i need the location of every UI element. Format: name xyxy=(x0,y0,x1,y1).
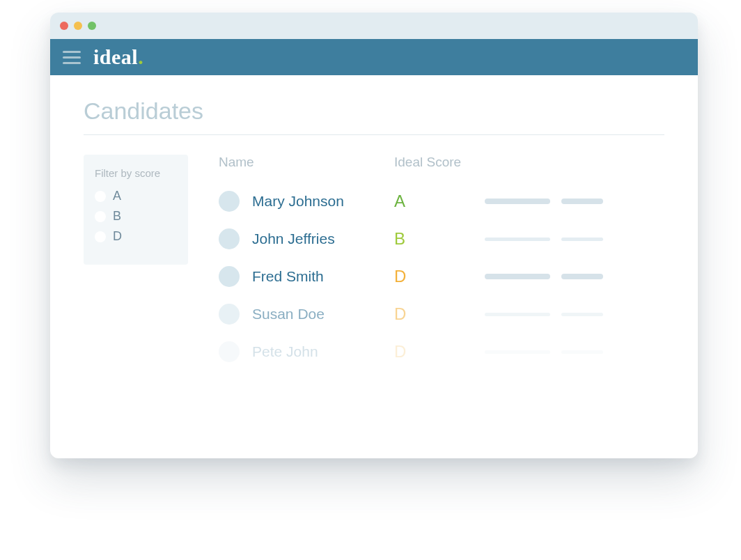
filter-option-d[interactable]: D xyxy=(95,229,177,244)
action-placeholder[interactable] xyxy=(561,313,603,316)
radio-icon xyxy=(95,231,106,242)
table-row[interactable]: Pete John D xyxy=(213,333,664,371)
avatar xyxy=(219,341,240,362)
menu-icon[interactable] xyxy=(63,51,81,64)
score-badge: A xyxy=(394,192,405,210)
logo-text: ideal xyxy=(93,45,138,68)
score-badge: D xyxy=(394,304,406,323)
candidate-name: Pete John xyxy=(252,343,318,360)
action-placeholder[interactable] xyxy=(485,238,550,241)
filter-panel: Filter by score A B D xyxy=(84,155,188,265)
table-header: Name Ideal Score xyxy=(213,155,664,170)
action-placeholder[interactable] xyxy=(561,238,603,241)
table-row[interactable]: Susan Doe D xyxy=(213,295,664,333)
action-placeholder[interactable] xyxy=(561,274,603,279)
action-placeholder[interactable] xyxy=(485,199,550,204)
action-placeholder[interactable] xyxy=(485,350,550,354)
divider xyxy=(84,134,664,135)
window-titlebar xyxy=(50,13,698,39)
candidate-name: Susan Doe xyxy=(252,306,325,322)
score-badge: D xyxy=(394,267,406,286)
filter-option-label: D xyxy=(113,229,122,244)
window-minimize-icon[interactable] xyxy=(74,22,82,30)
window-close-icon[interactable] xyxy=(60,22,68,30)
action-placeholder[interactable] xyxy=(485,274,550,279)
candidates-table: Name Ideal Score Mary Johnson A xyxy=(213,155,664,371)
radio-icon xyxy=(95,211,106,222)
app-header: ideal. xyxy=(50,39,698,75)
page-title: Candidates xyxy=(84,98,664,125)
action-placeholder[interactable] xyxy=(485,313,550,316)
score-badge: B xyxy=(394,229,405,248)
column-header-score: Ideal Score xyxy=(394,155,485,170)
column-header-name: Name xyxy=(213,155,394,170)
table-row[interactable]: John Jeffries B xyxy=(213,220,664,258)
candidate-name: Fred Smith xyxy=(252,268,324,285)
filter-option-b[interactable]: B xyxy=(95,209,177,224)
table-row[interactable]: Mary Johnson A xyxy=(213,182,664,220)
app-logo: ideal. xyxy=(93,45,143,69)
radio-icon xyxy=(95,191,106,202)
candidate-name: John Jeffries xyxy=(252,231,335,247)
filter-option-label: A xyxy=(113,189,121,203)
window-maximize-icon[interactable] xyxy=(88,22,96,30)
action-placeholder[interactable] xyxy=(561,350,603,354)
logo-dot: . xyxy=(138,45,143,68)
table-row[interactable]: Fred Smith D xyxy=(213,258,664,295)
app-window: ideal. Candidates Filter by score A B D xyxy=(50,13,698,458)
avatar xyxy=(219,266,240,287)
avatar xyxy=(219,304,240,325)
candidate-name: Mary Johnson xyxy=(252,193,344,210)
score-badge: D xyxy=(394,342,406,361)
avatar xyxy=(219,228,240,249)
page-content: Candidates Filter by score A B D xyxy=(50,75,698,371)
filter-option-a[interactable]: A xyxy=(95,189,177,203)
filter-title: Filter by score xyxy=(95,167,177,179)
filter-option-label: B xyxy=(113,209,121,224)
avatar xyxy=(219,191,240,212)
action-placeholder[interactable] xyxy=(561,199,603,204)
